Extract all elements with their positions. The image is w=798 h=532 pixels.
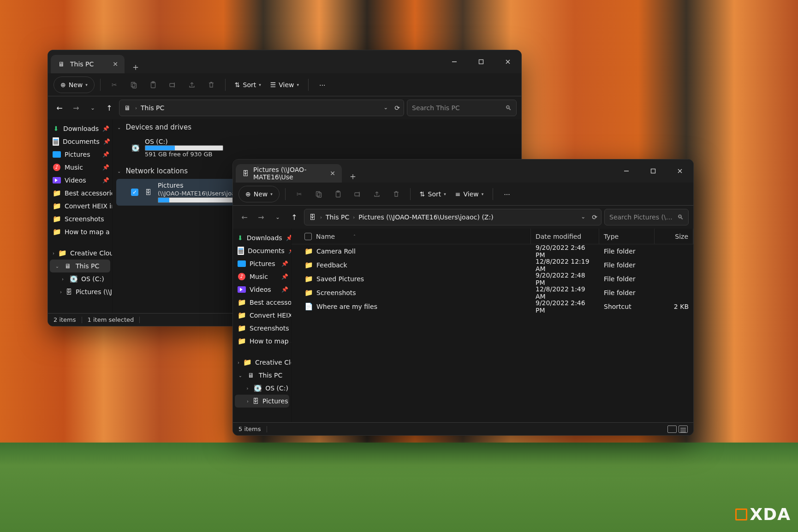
pin-icon[interactable]: 📌 [286,235,291,241]
nav-network-pictures[interactable]: ›Pictures (\\JOA [235,395,289,408]
more-button[interactable]: ⋯ [314,77,331,93]
chevron-down-icon[interactable]: ⌄ [117,169,121,174]
nav-folder-map[interactable]: How to map a n [48,225,112,238]
nav-music[interactable]: Music📌 [233,270,291,283]
refresh-button[interactable]: ⟳ [394,104,400,112]
nav-os-c[interactable]: ›OS (C:) [233,382,291,395]
chevron-right-icon[interactable]: › [238,360,239,365]
nav-creative-cloud[interactable]: ›Creative Cloud F [233,356,291,369]
up-button[interactable]: ↑ [287,210,301,224]
nav-folder-map[interactable]: How to map a n [233,335,291,348]
chevron-down-icon[interactable]: ⌄ [117,125,121,130]
minimize-button[interactable] [613,160,640,183]
share-button[interactable] [369,186,385,202]
tab-this-pc[interactable]: This PC ✕ [51,55,125,73]
group-devices[interactable]: ⌄Devices and drives [113,119,521,135]
content-pane[interactable]: Name˄ Date modified Type Size Camera Rol… [292,229,693,422]
col-date[interactable]: Date modified [531,229,599,244]
refresh-button[interactable]: ⟳ [592,213,597,221]
search-input[interactable]: Search This PC 🔍︎ [407,100,517,116]
view-list-icon[interactable] [667,426,677,433]
pin-icon[interactable]: 📌 [281,286,288,293]
chevron-right-icon[interactable]: › [245,386,250,391]
chevron-down-icon[interactable]: ⌄ [581,213,585,221]
file-row[interactable]: Where are my files9/20/2022 2:46 PMShort… [292,300,693,313]
forward-button[interactable]: → [254,210,268,224]
up-button[interactable]: ↑ [102,101,116,115]
rename-button[interactable] [164,77,181,93]
minimize-button[interactable] [441,50,468,73]
nav-folder-heix[interactable]: Convert HEIX im [48,200,112,213]
maximize-button[interactable] [468,50,494,73]
paste-button[interactable] [330,186,346,202]
breadcrumb[interactable]: Pictures (\\JOAO-MATE16\Users\joaoc) (Z:… [358,213,493,221]
view-details-icon[interactable] [679,426,688,433]
delete-button[interactable] [203,77,220,93]
col-type[interactable]: Type [599,229,655,244]
chevron-down-icon[interactable]: ⌄ [54,264,60,269]
close-tab-icon[interactable]: ✕ [113,60,118,68]
new-button[interactable]: ⊕ New ▾ [54,77,95,93]
address-bar[interactable]: ›This PC ⌄ ⟳ [119,100,404,116]
file-row[interactable]: Saved Pictures9/20/2022 2:48 PMFile fold… [292,272,693,286]
copy-button[interactable] [310,186,327,202]
sort-button[interactable]: ⇅ Sort ▾ [231,77,265,93]
nav-folder-best[interactable]: Best accessories [233,296,291,309]
new-button[interactable]: ⊕ New ▾ [238,186,280,202]
nav-videos[interactable]: Videos📌 [48,174,112,187]
explorer-window-network-pictures[interactable]: Pictures (\\JOAO-MATE16\Use ✕ ＋ ⊕ New ▾ … [232,159,694,436]
nav-music[interactable]: Music📌 [48,161,112,174]
pin-icon[interactable]: 📌 [281,260,288,267]
file-row[interactable]: Screenshots12/8/2022 1:49 AMFile folder [292,286,693,300]
delete-button[interactable] [388,186,405,202]
titlebar[interactable]: Pictures (\\JOAO-MATE16\Use ✕ ＋ [233,160,693,183]
more-button[interactable]: ⋯ [499,186,515,202]
column-headers[interactable]: Name˄ Date modified Type Size [292,229,693,244]
cut-button[interactable]: ✂ [291,186,308,202]
file-row[interactable]: Camera Roll9/20/2022 2:46 PMFile folder [292,244,693,258]
pin-icon[interactable]: 📌 [288,248,291,254]
nav-this-pc[interactable]: ⌄This PC [50,260,110,272]
col-name[interactable]: Name˄ [300,229,531,244]
breadcrumb[interactable]: This PC [326,213,349,221]
chevron-down-icon[interactable]: ⌄ [238,373,243,378]
nav-tree[interactable]: Downloads📌 Documents📌 Pictures📌 Music📌 V… [48,119,113,313]
copy-button[interactable] [125,77,142,93]
nav-this-pc[interactable]: ⌄This PC [233,369,291,382]
close-button[interactable] [494,50,521,73]
sort-button[interactable]: ⇅ Sort ▾ [416,186,450,202]
search-input[interactable]: Search Pictures (\\JOAO-M 🔍︎ [604,209,689,225]
file-row[interactable]: Feedback12/8/2022 12:19 AMFile folder [292,258,693,272]
close-tab-icon[interactable]: ✕ [330,170,335,177]
pin-icon[interactable]: 📌 [102,164,109,171]
breadcrumb[interactable]: This PC [141,104,164,112]
forward-button[interactable]: → [69,101,83,115]
cut-button[interactable]: ✂ [106,77,123,93]
address-bar[interactable]: ›This PC›Pictures (\\JOAO-MATE16\Users\j… [304,209,601,225]
nav-creative-cloud[interactable]: ›Creative Cloud F [48,247,112,260]
recent-button[interactable]: ⌄ [86,101,100,115]
nav-documents[interactable]: Documents📌 [48,135,112,148]
rename-button[interactable] [349,186,366,202]
pin-icon[interactable]: 📌 [103,138,110,145]
nav-documents[interactable]: Documents📌 [233,244,291,257]
new-tab-button[interactable]: ＋ [126,61,145,73]
pin-icon[interactable]: 📌 [102,151,109,158]
nav-downloads[interactable]: Downloads📌 [48,122,112,135]
nav-folder-screenshots[interactable]: Screenshots [233,322,291,335]
pin-icon[interactable]: 📌 [102,125,109,132]
nav-os-c[interactable]: ›OS (C:) [48,272,112,285]
view-switcher[interactable] [667,426,688,433]
pin-icon[interactable]: 📌 [102,177,109,183]
back-button[interactable]: ← [53,101,66,115]
chevron-right-icon[interactable]: › [60,290,62,295]
chevron-right-icon[interactable]: › [53,251,54,256]
view-button[interactable]: ☰ View ▾ [267,77,303,93]
chevron-right-icon[interactable]: › [60,277,66,282]
share-button[interactable] [184,77,200,93]
nav-downloads[interactable]: Downloads📌 [233,231,291,244]
maximize-button[interactable] [640,160,667,183]
col-size[interactable]: Size [655,229,693,244]
nav-folder-screenshots[interactable]: Screenshots [48,213,112,225]
chevron-down-icon[interactable]: ⌄ [383,104,388,112]
